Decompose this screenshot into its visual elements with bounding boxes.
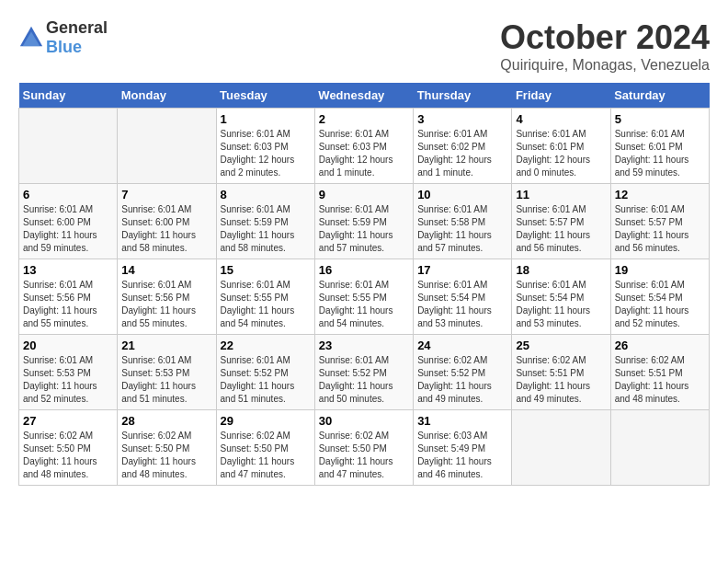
day-detail: Sunrise: 6:01 AMSunset: 5:57 PMDaylight:… bbox=[516, 203, 606, 255]
calendar-cell: 5Sunrise: 6:01 AMSunset: 6:01 PMDaylight… bbox=[610, 109, 709, 184]
day-number: 25 bbox=[516, 339, 606, 352]
calendar-cell bbox=[610, 410, 709, 486]
day-number: 27 bbox=[23, 414, 113, 428]
calendar-cell bbox=[512, 410, 610, 486]
day-detail: Sunrise: 6:01 AMSunset: 5:58 PMDaylight:… bbox=[417, 203, 507, 255]
logo-blue-text: Blue bbox=[46, 38, 82, 56]
weekday-header: Saturday bbox=[610, 83, 709, 109]
calendar-cell: 26Sunrise: 6:02 AMSunset: 5:51 PMDayligh… bbox=[610, 335, 709, 410]
calendar-cell: 18Sunrise: 6:01 AMSunset: 5:54 PMDayligh… bbox=[512, 259, 610, 335]
day-detail: Sunrise: 6:01 AMSunset: 6:00 PMDaylight:… bbox=[23, 203, 113, 255]
day-detail: Sunrise: 6:01 AMSunset: 5:56 PMDaylight:… bbox=[23, 279, 113, 330]
calendar-cell: 9Sunrise: 6:01 AMSunset: 5:59 PMDaylight… bbox=[314, 184, 413, 259]
day-number: 12 bbox=[615, 188, 705, 201]
page-header: General Blue October 2024 Quiriquire, Mo… bbox=[18, 18, 710, 74]
day-number: 9 bbox=[319, 188, 409, 201]
day-detail: Sunrise: 6:01 AMSunset: 5:55 PMDaylight:… bbox=[319, 279, 409, 330]
calendar-table: SundayMondayTuesdayWednesdayThursdayFrid… bbox=[18, 83, 710, 486]
calendar-cell: 1Sunrise: 6:01 AMSunset: 6:03 PMDaylight… bbox=[216, 109, 314, 184]
day-detail: Sunrise: 6:01 AMSunset: 5:59 PMDaylight:… bbox=[319, 203, 409, 255]
calendar-cell: 13Sunrise: 6:01 AMSunset: 5:56 PMDayligh… bbox=[19, 259, 118, 335]
day-number: 26 bbox=[615, 339, 705, 352]
weekday-header: Friday bbox=[512, 83, 610, 109]
day-detail: Sunrise: 6:01 AMSunset: 6:00 PMDaylight:… bbox=[121, 203, 211, 255]
day-detail: Sunrise: 6:01 AMSunset: 6:01 PMDaylight:… bbox=[615, 128, 705, 179]
calendar-week-row: 1Sunrise: 6:01 AMSunset: 6:03 PMDaylight… bbox=[19, 109, 710, 184]
day-detail: Sunrise: 6:01 AMSunset: 5:57 PMDaylight:… bbox=[615, 203, 705, 255]
day-number: 3 bbox=[417, 112, 507, 126]
weekday-header: Tuesday bbox=[216, 83, 314, 109]
day-number: 10 bbox=[417, 188, 507, 201]
day-number: 2 bbox=[319, 112, 409, 126]
calendar-cell bbox=[118, 109, 216, 184]
day-detail: Sunrise: 6:01 AMSunset: 6:02 PMDaylight:… bbox=[417, 128, 507, 179]
calendar-cell: 21Sunrise: 6:01 AMSunset: 5:53 PMDayligh… bbox=[118, 335, 216, 410]
calendar-week-row: 27Sunrise: 6:02 AMSunset: 5:50 PMDayligh… bbox=[19, 410, 710, 486]
calendar-cell: 19Sunrise: 6:01 AMSunset: 5:54 PMDayligh… bbox=[610, 259, 709, 335]
calendar-week-row: 20Sunrise: 6:01 AMSunset: 5:53 PMDayligh… bbox=[19, 335, 710, 410]
day-detail: Sunrise: 6:01 AMSunset: 5:53 PMDaylight:… bbox=[23, 354, 113, 406]
day-number: 11 bbox=[516, 188, 606, 201]
day-detail: Sunrise: 6:01 AMSunset: 5:52 PMDaylight:… bbox=[221, 354, 311, 406]
day-number: 4 bbox=[516, 112, 606, 126]
day-detail: Sunrise: 6:01 AMSunset: 5:59 PMDaylight:… bbox=[221, 203, 311, 255]
day-number: 23 bbox=[319, 339, 409, 352]
calendar-cell: 11Sunrise: 6:01 AMSunset: 5:57 PMDayligh… bbox=[512, 184, 610, 259]
day-detail: Sunrise: 6:01 AMSunset: 5:54 PMDaylight:… bbox=[615, 279, 705, 330]
calendar-cell: 4Sunrise: 6:01 AMSunset: 6:01 PMDaylight… bbox=[512, 109, 610, 184]
day-detail: Sunrise: 6:02 AMSunset: 5:50 PMDaylight:… bbox=[319, 430, 409, 481]
day-detail: Sunrise: 6:02 AMSunset: 5:51 PMDaylight:… bbox=[615, 354, 705, 406]
day-detail: Sunrise: 6:02 AMSunset: 5:50 PMDaylight:… bbox=[23, 430, 113, 481]
day-detail: Sunrise: 6:01 AMSunset: 6:03 PMDaylight:… bbox=[221, 128, 311, 179]
calendar-cell: 15Sunrise: 6:01 AMSunset: 5:55 PMDayligh… bbox=[216, 259, 314, 335]
logo: General Blue bbox=[18, 18, 108, 57]
logo-general-text: General bbox=[46, 18, 108, 37]
calendar-cell: 23Sunrise: 6:01 AMSunset: 5:52 PMDayligh… bbox=[314, 335, 413, 410]
calendar-cell: 14Sunrise: 6:01 AMSunset: 5:56 PMDayligh… bbox=[118, 259, 216, 335]
weekday-header-row: SundayMondayTuesdayWednesdayThursdayFrid… bbox=[19, 83, 710, 109]
calendar-cell: 6Sunrise: 6:01 AMSunset: 6:00 PMDaylight… bbox=[19, 184, 118, 259]
day-number: 16 bbox=[319, 263, 409, 277]
calendar-cell: 31Sunrise: 6:03 AMSunset: 5:49 PMDayligh… bbox=[414, 410, 512, 486]
day-detail: Sunrise: 6:03 AMSunset: 5:49 PMDaylight:… bbox=[417, 430, 507, 481]
day-detail: Sunrise: 6:02 AMSunset: 5:50 PMDaylight:… bbox=[121, 430, 211, 481]
day-number: 30 bbox=[319, 414, 409, 428]
day-number: 7 bbox=[121, 188, 211, 201]
day-detail: Sunrise: 6:02 AMSunset: 5:51 PMDaylight:… bbox=[516, 354, 606, 406]
calendar-cell: 22Sunrise: 6:01 AMSunset: 5:52 PMDayligh… bbox=[216, 335, 314, 410]
day-number: 8 bbox=[221, 188, 311, 201]
day-number: 19 bbox=[615, 263, 705, 277]
day-number: 15 bbox=[221, 263, 311, 277]
day-detail: Sunrise: 6:01 AMSunset: 5:52 PMDaylight:… bbox=[319, 354, 409, 406]
weekday-header: Wednesday bbox=[314, 83, 413, 109]
day-number: 28 bbox=[121, 414, 211, 428]
weekday-header: Monday bbox=[118, 83, 216, 109]
calendar-cell: 17Sunrise: 6:01 AMSunset: 5:54 PMDayligh… bbox=[414, 259, 512, 335]
calendar-week-row: 6Sunrise: 6:01 AMSunset: 6:00 PMDaylight… bbox=[19, 184, 710, 259]
calendar-cell: 7Sunrise: 6:01 AMSunset: 6:00 PMDaylight… bbox=[118, 184, 216, 259]
calendar-cell: 24Sunrise: 6:02 AMSunset: 5:52 PMDayligh… bbox=[414, 335, 512, 410]
calendar-cell: 12Sunrise: 6:01 AMSunset: 5:57 PMDayligh… bbox=[610, 184, 709, 259]
day-detail: Sunrise: 6:01 AMSunset: 6:03 PMDaylight:… bbox=[319, 128, 409, 179]
calendar-cell: 29Sunrise: 6:02 AMSunset: 5:50 PMDayligh… bbox=[216, 410, 314, 486]
day-detail: Sunrise: 6:01 AMSunset: 5:55 PMDaylight:… bbox=[221, 279, 311, 330]
day-number: 6 bbox=[23, 188, 113, 201]
day-detail: Sunrise: 6:01 AMSunset: 5:56 PMDaylight:… bbox=[121, 279, 211, 330]
day-detail: Sunrise: 6:02 AMSunset: 5:50 PMDaylight:… bbox=[221, 430, 311, 481]
month-title: October 2024 bbox=[500, 18, 710, 57]
day-detail: Sunrise: 6:01 AMSunset: 5:53 PMDaylight:… bbox=[121, 354, 211, 406]
day-number: 14 bbox=[121, 263, 211, 277]
day-detail: Sunrise: 6:01 AMSunset: 5:54 PMDaylight:… bbox=[516, 279, 606, 330]
calendar-week-row: 13Sunrise: 6:01 AMSunset: 5:56 PMDayligh… bbox=[19, 259, 710, 335]
weekday-header: Thursday bbox=[414, 83, 512, 109]
calendar-cell: 8Sunrise: 6:01 AMSunset: 5:59 PMDaylight… bbox=[216, 184, 314, 259]
day-number: 29 bbox=[221, 414, 311, 428]
day-number: 13 bbox=[23, 263, 113, 277]
weekday-header: Sunday bbox=[19, 83, 118, 109]
calendar-cell: 20Sunrise: 6:01 AMSunset: 5:53 PMDayligh… bbox=[19, 335, 118, 410]
day-detail: Sunrise: 6:02 AMSunset: 5:52 PMDaylight:… bbox=[417, 354, 507, 406]
day-number: 31 bbox=[417, 414, 507, 428]
day-number: 20 bbox=[23, 339, 113, 352]
calendar-cell: 30Sunrise: 6:02 AMSunset: 5:50 PMDayligh… bbox=[314, 410, 413, 486]
logo-icon bbox=[18, 25, 44, 51]
